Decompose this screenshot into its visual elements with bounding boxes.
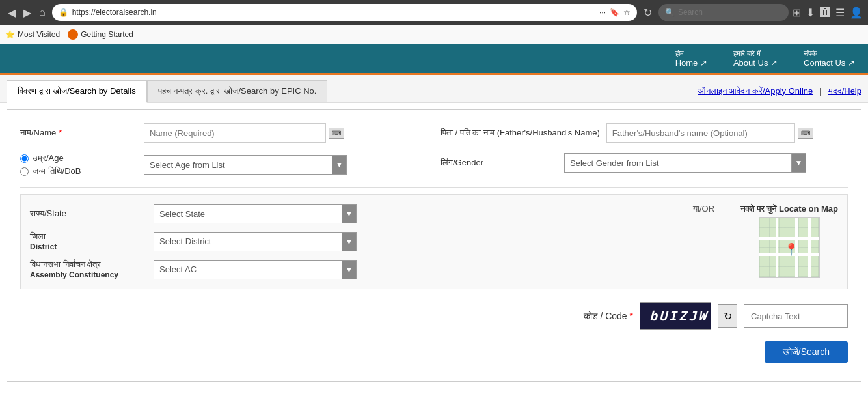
refresh-button[interactable]: ↻ [641,5,655,20]
state-select-arrow[interactable]: ▼ [342,204,357,223]
nav-contact[interactable]: संपर्क Contact Us ↗ [804,50,855,68]
tab2-label: पहचान-पत्र क्र. द्वारा खोज/Search by EPI… [158,86,317,96]
name-required-star: * [59,128,62,137]
nav-about[interactable]: हमारे बारे में About Us ↗ [733,50,778,68]
district-label: जिला District [30,231,147,251]
dob-radio[interactable] [20,167,29,176]
age-label: उम्र/Age जन्म तिथि/DoB [20,153,137,177]
ac-label-hindi: विधानसभा निर्वाचन क्षेत्र [30,259,101,269]
home-button[interactable]: ⌂ [36,5,48,20]
extension-icon[interactable]: 🅰 [820,7,830,18]
tabs-right: ऑनलाइन आवेदन करें/Apply Online | मदद/Hel… [698,86,861,96]
browser-chrome: ◀ ▶ ⌂ 🔒 https://electoralsearch.in ··· 🔖… [0,0,868,25]
star-bookmark-icon: ⭐ [5,30,15,39]
map-pin-icon: 📍 [784,242,798,257]
father-label-text: पिता / पति का नाम (Father's/Husband's Na… [441,128,600,137]
keyboard-icon-father[interactable]: ⌨ [798,128,813,139]
map-label: नक्शे पर चुनें Locate on Map [740,204,838,214]
dob-radio-label: जन्म तिथि/DoB [33,166,81,177]
state-label-hindi: राज्य/State [30,208,66,218]
ac-label-english: Assembly Constituency [30,270,118,279]
tab-search-by-epic[interactable]: पहचान-पत्र क्र. द्वारा खोज/Search by EPI… [147,80,328,102]
ac-select-arrow[interactable]: ▼ [342,260,357,279]
gender-select[interactable]: Select Gender from List [564,153,792,173]
map-image[interactable]: 📍 [759,217,820,278]
name-label-text: नाम/Name [20,128,56,137]
age-select[interactable]: Select Age from List [144,155,332,175]
nav-about-hindi: हमारे बारे में [733,50,778,58]
name-input[interactable] [144,123,326,143]
captcha-refresh-button[interactable]: ↻ [718,304,737,328]
state-select-group: Select State ▼ [154,204,357,223]
age-select-arrow[interactable]: ▼ [332,155,347,175]
library-icon[interactable]: ⊞ [793,7,801,19]
more-icon[interactable]: ··· [599,8,606,17]
locate-hindi: नक्शे पर चुनें [740,204,776,214]
gender-select-arrow[interactable]: ▼ [792,153,806,173]
tab-search-by-details[interactable]: विवरण द्वारा खोज/Search by Details [7,80,147,103]
father-name-label: पिता / पति का नाम (Father's/Husband's Na… [441,128,600,138]
dob-radio-option[interactable]: जन्म तिथि/DoB [20,166,137,177]
code-label-text: कोड / Code [584,311,627,321]
age-radio-label: उम्र/Age [33,153,64,163]
location-fields: राज्य/State Select State ▼ जिला [30,204,667,279]
captcha-image: bUIZJW [640,302,711,330]
avatar-icon[interactable]: 👤 [850,7,863,19]
age-group: उम्र/Age जन्म तिथि/DoB Select Age from L… [20,153,427,177]
district-select-arrow[interactable]: ▼ [342,232,357,251]
search-glass-icon: 🔍 [665,8,675,17]
location-grid: राज्य/State Select State ▼ जिला [30,204,838,279]
age-radio-option[interactable]: उम्र/Age [20,153,137,163]
father-name-input[interactable] [606,123,795,143]
district-select-group: Select District ▼ [154,232,357,251]
tabs-bar: विवरण द्वारा खोज/Search by Details पहचान… [0,75,868,103]
age-radio[interactable] [20,154,29,163]
back-button[interactable]: ◀ [5,5,18,20]
district-select[interactable]: Select District [154,232,342,251]
code-label: कोड / Code * [584,311,633,322]
reader-icon[interactable]: ☰ [835,7,845,19]
browser-search-bar[interactable]: 🔍 [658,4,789,21]
nav-buttons: ◀ ▶ ⌂ [5,5,48,20]
tab1-label: विवरण द्वारा खोज/Search by Details [18,86,136,96]
form-container: नाम/Name * ⌨ पिता / पति का नाम (Father's… [7,109,861,382]
ac-select[interactable]: Select AC [154,260,342,279]
nav-home-hindi: होम [675,50,707,58]
captcha-text: bUIZJW [649,308,708,324]
gender-group: लिंग/Gender Select Gender from List ▼ [441,153,848,173]
browser-search-input[interactable] [678,8,782,17]
nav-home-english: Home [675,58,698,68]
most-visited-bookmark[interactable]: ⭐ Most Visited [5,30,60,39]
getting-started-label: Getting Started [81,30,133,39]
or-text: या/OR [693,204,714,214]
captcha-input[interactable] [744,304,848,328]
forward-button[interactable]: ▶ [21,5,34,20]
name-label: नाम/Name * [20,128,137,138]
name-input-group: ⌨ [144,123,427,143]
help-link[interactable]: मदद/Help [828,86,861,96]
getting-started-bookmark[interactable]: Getting Started [68,29,133,40]
online-apply-link[interactable]: ऑनलाइन आवेदन करें/Apply Online [698,86,813,96]
name-row: नाम/Name * ⌨ पिता / पति का नाम (Father's… [20,123,848,143]
search-button[interactable]: खोजें/Search [765,341,848,363]
bookmark-icon[interactable]: 🔖 [610,8,619,17]
address-bar[interactable]: 🔒 https://electoralsearch.in ··· 🔖 ☆ [52,4,637,21]
state-row: राज्य/State Select State ▼ [30,204,667,223]
state-select[interactable]: Select State [154,204,342,223]
nav-contact-hindi: संपर्क [804,50,855,58]
ac-label: विधानसभा निर्वाचन क्षेत्र Assembly Const… [30,259,147,279]
separator: | [819,86,821,96]
nav-home[interactable]: होम Home ↗ [675,50,707,68]
firefox-icon [68,29,78,40]
map-road-v1 [776,218,778,277]
district-row: जिला District Select District ▼ [30,231,667,251]
gender-label: लिंग/Gender [441,158,558,168]
keyboard-icon-name[interactable]: ⌨ [329,128,344,139]
download-icon[interactable]: ⬇ [806,7,815,19]
most-visited-label: Most Visited [18,30,60,39]
star-icon[interactable]: ☆ [623,8,631,17]
lock-icon: 🔒 [59,8,68,17]
map-section: नक्शे पर चुनें Locate on Map 📍 [740,204,838,278]
age-radio-group: उम्र/Age जन्म तिथि/DoB [20,153,137,177]
top-nav: होम Home ↗ हमारे बारे में About Us ↗ संप… [0,44,868,75]
